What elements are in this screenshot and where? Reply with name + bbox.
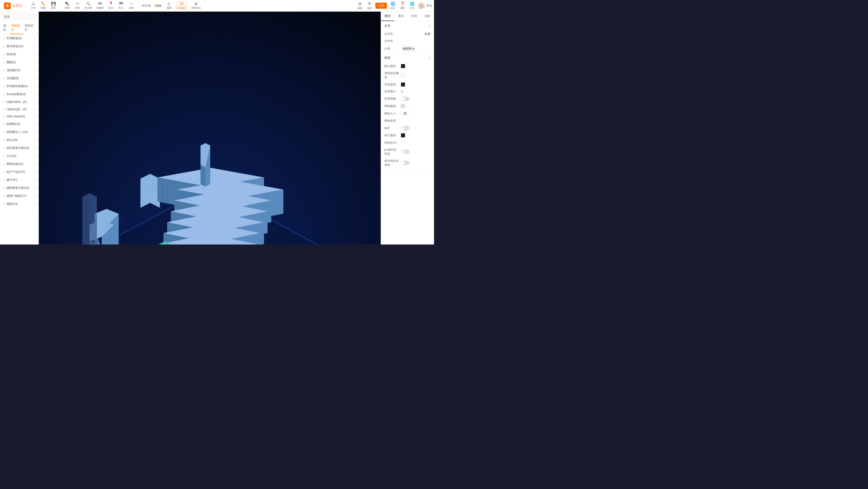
right-tab-diagram[interactable]: 图纸	[381, 12, 394, 21]
tab-diagram[interactable]: 图纸	[2, 22, 10, 34]
zoom-in-button[interactable]: 🔍 放大镜	[83, 1, 94, 11]
sidebar-item-7[interactable]: □ Echarts图表(4) ∨	[0, 90, 38, 98]
sidebar-item-16[interactable]: □ 网络设备(81) ∨	[0, 160, 38, 168]
sidebar-item-1[interactable]: □ 基本形状(22) ∨	[0, 42, 38, 51]
default-color-row: 默认颜色	[381, 62, 434, 70]
end-point-icon: 🏁	[119, 2, 124, 6]
sidebar-item-label-14: 拓扑图未分类(54)	[6, 146, 32, 150]
tab-components[interactable]: 系统组件	[10, 22, 23, 34]
pen-button[interactable]: ✒️ 钢笔	[62, 1, 72, 11]
sidebar-item-icon-19: □	[3, 186, 5, 190]
sidebar-item-10[interactable]: □ le5le charts(5) ∨	[0, 113, 38, 120]
lang-button[interactable]: 🌐 中文	[408, 0, 416, 11]
sidebar-item-label-11: 故障树(12)	[6, 122, 32, 126]
sidebar-item-0[interactable]: □ 常用图形(8) ∨	[0, 34, 38, 42]
search-box	[0, 12, 38, 22]
pencil-button[interactable]: ✏ 铅笔	[73, 1, 82, 11]
preview-button[interactable]: 👁 预览	[366, 1, 373, 11]
edit-button[interactable]: ✏️ 编辑	[38, 1, 48, 11]
sidebar-item-chevron-3: ∨	[34, 61, 36, 64]
sidebar-item-icon-10: □	[3, 115, 5, 118]
sidebar-item-icon-11: □	[3, 123, 5, 126]
pc-auto-toggle[interactable]	[401, 150, 409, 154]
sidebar-item-21[interactable]: □ 电阻(23) ∨	[0, 200, 38, 208]
sidebar-item-label-12: 特殊图元 (...(10)	[6, 130, 32, 134]
grid-color-swatch[interactable]	[401, 104, 405, 108]
sidebar-item-13[interactable]: □ 箭头(34) ∨	[0, 136, 38, 144]
sidebar-item-3[interactable]: □ 脑图(2) ∨	[0, 58, 38, 66]
file-button[interactable]: 🗂 文件	[28, 1, 38, 11]
canvas-area[interactable]: 乐吾乐 乐吾乐	[39, 12, 381, 244]
line-width-button[interactable]: 线宽 1▾	[140, 3, 152, 8]
edit-icon: ✏️	[41, 2, 46, 6]
bg-grid-toggle[interactable]	[401, 97, 409, 101]
canvas-section: 画布 ∧ 默认颜色 画笔填充颜色 ✕ 背景颜色 背景	[381, 53, 434, 169]
sidebar-item-20[interactable]: □ 逻辑门电路(27) ∨	[0, 192, 38, 200]
sidebar-item-8[interactable]: □ Highcharts...(4) ∨	[0, 98, 38, 105]
right-tab-communication[interactable]: 通信	[394, 12, 408, 21]
sidebar-item-chevron-4: ∨	[34, 69, 36, 72]
sidebar-item-chevron-21: ∨	[34, 203, 36, 205]
zoom-out-icon: 🗺	[98, 2, 102, 6]
connect-icon: 〰	[129, 2, 133, 6]
default-color-swatch[interactable]	[401, 64, 405, 68]
zoom-value: 160▾	[155, 4, 161, 7]
auto-anchor-button[interactable]: ⦿ 自动锚点	[175, 1, 188, 11]
sidebar-item-5[interactable]: □ 活动图(8) ∨	[0, 74, 38, 82]
zoom-out-button[interactable]: 🗺 缩略图	[94, 1, 105, 11]
sidebar-item-11[interactable]: □ 故障树(12) ∨	[0, 120, 38, 128]
sidebar-item-17[interactable]: □ 电子产品(147) ∨	[0, 168, 38, 176]
community-button[interactable]: 🌐 社区	[389, 0, 397, 11]
end-point-button[interactable]: 🏁 终点	[116, 1, 126, 11]
file-section-header[interactable]: 文件 ∧	[381, 21, 434, 31]
sidebar-item-label-21: 电阻(23)	[6, 202, 32, 206]
sidebar-item-14[interactable]: □ 拓扑图未分类(54) ∨	[0, 144, 38, 152]
sidebar-item-9[interactable]: □ LightningC...(4) ∨	[0, 105, 38, 113]
bg-image-edit[interactable]: ✎	[401, 90, 404, 94]
ruler-toggle[interactable]	[401, 126, 409, 130]
help-icon: ❓	[400, 1, 405, 6]
bg-color-swatch[interactable]	[401, 82, 405, 87]
sidebar-item-icon-2: □	[3, 53, 5, 56]
sidebar-item-2[interactable]: □ 表单(8) ∨	[0, 51, 38, 58]
start-point-button[interactable]: 📍 起点	[106, 1, 116, 11]
canvas-section-header[interactable]: 画布 ∧	[381, 53, 434, 62]
sidebar-item-icon-14: □	[3, 146, 5, 150]
search-input[interactable]	[2, 13, 37, 20]
community-icon: 🌐	[391, 1, 395, 6]
share-button[interactable]: 分享	[375, 3, 387, 9]
sidebar-item-label-13: 箭头(34)	[6, 138, 32, 142]
mobile-auto-toggle[interactable]	[401, 161, 409, 165]
edit-right-button[interactable]: ⊞ 编辑	[356, 0, 364, 11]
right-tab-layout[interactable]: 布局	[408, 12, 421, 21]
canvas-fill-swatch[interactable]: ✕	[401, 73, 405, 77]
sidebar-item-12[interactable]: □ 特殊图元 (...(10) ∨	[0, 128, 38, 136]
sidebar-item-label-2: 表单(8)	[6, 52, 32, 56]
grid-size-input[interactable]	[401, 111, 413, 116]
sidebar-item-15[interactable]: □ 云(313) ∨	[0, 152, 38, 160]
bg-image-row: 背景图片 ✎	[381, 88, 434, 95]
help-button[interactable]: ❓ 帮助	[399, 0, 406, 11]
view-button[interactable]: ⊙ 视图	[164, 1, 174, 11]
tab-my-components[interactable]: 我的组件	[23, 22, 37, 34]
sidebar-item-18[interactable]: □ 楼宇(37) ∨	[0, 176, 38, 184]
save-button[interactable]: 💾 保存	[49, 1, 58, 11]
zoom-button[interactable]: 160▾	[153, 3, 163, 8]
sidebar-item-chevron-15: ∨	[34, 155, 36, 157]
right-tab-structure[interactable]: 结构	[421, 12, 434, 21]
sidebar-item-4[interactable]: □ 流程图(15) ∨	[0, 66, 38, 74]
category-select[interactable]: 物联网 ▾	[401, 46, 416, 52]
sidebar-item-6[interactable]: □ 时序图和类图(4) ∨	[0, 82, 38, 90]
ruler-color-swatch[interactable]	[401, 133, 405, 137]
sidebar-item-chevron-2: ∨	[34, 53, 36, 56]
user-area[interactable]: tE 凡凡	[418, 2, 432, 9]
init-js-more[interactable]: ···	[401, 140, 405, 145]
main-toolbar: 乐 乐吾乐 🗂 文件 ✏️ 编辑 💾 保存 ✒️ 钢笔 ✏ 铅笔 🔍	[0, 0, 434, 12]
sidebar-item-label-18: 楼宇(37)	[6, 178, 32, 182]
sidebar-item-label-6: 时序图和类图(4)	[6, 84, 32, 88]
sidebar-item-chevron-11: ∨	[34, 123, 36, 125]
sidebar-item-19[interactable]: □ 物联网未分类(35) ∨	[0, 184, 38, 192]
connect-button[interactable]: 〰 连线	[126, 1, 136, 11]
disable-anchor-button[interactable]: ⊗ 禁用锚点	[189, 1, 203, 11]
sidebar-item-label-16: 网络设备(81)	[6, 162, 32, 166]
